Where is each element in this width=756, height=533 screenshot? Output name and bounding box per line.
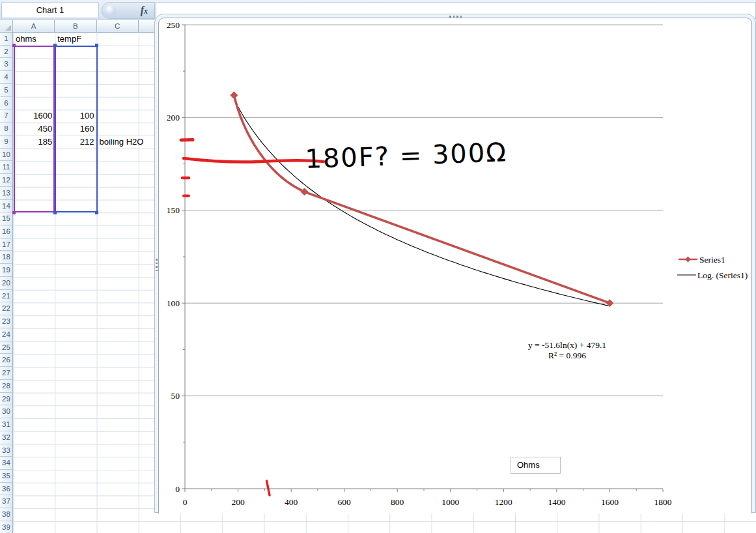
series1-marker-1[interactable] bbox=[301, 188, 308, 195]
ink-handwritten-text: 180F? = 300Ω bbox=[305, 137, 508, 174]
column-header-A[interactable]: A bbox=[13, 20, 55, 33]
series1-line[interactable] bbox=[234, 95, 609, 303]
row-header-17[interactable]: 17 bbox=[0, 238, 13, 252]
row-header-19[interactable]: 19 bbox=[0, 264, 13, 277]
row-header-38[interactable]: 38 bbox=[0, 508, 13, 521]
row-header-27[interactable]: 27 bbox=[0, 367, 13, 380]
y-tick-label-50[interactable]: 50 bbox=[171, 391, 180, 401]
category-range-outline[interactable] bbox=[14, 46, 55, 213]
x-tick-label-600[interactable]: 600 bbox=[338, 497, 352, 507]
trendline-equation-text: y = -51.6ln(x) + 479.1 bbox=[528, 340, 606, 350]
cell-B1[interactable]: tempF bbox=[57, 33, 81, 46]
range-corner-handle[interactable] bbox=[95, 44, 98, 47]
row-header-7[interactable]: 7 bbox=[0, 109, 13, 122]
row-header-11[interactable]: 11 bbox=[0, 161, 13, 174]
row-header-8[interactable]: 8 bbox=[0, 122, 13, 136]
range-corner-handle[interactable] bbox=[53, 44, 57, 47]
name-box[interactable]: Chart 1 ▼ bbox=[1, 2, 99, 18]
row-header-12[interactable]: 12 bbox=[0, 174, 13, 187]
row-header-25[interactable]: 25 bbox=[0, 341, 13, 354]
row-header-37[interactable]: 37 bbox=[0, 495, 13, 508]
series1-marker-0[interactable] bbox=[231, 92, 238, 99]
range-corner-handle[interactable] bbox=[12, 211, 16, 214]
chart-resize-handle-left[interactable] bbox=[156, 259, 158, 273]
row-header-22[interactable]: 22 bbox=[0, 302, 13, 315]
row-header-29[interactable]: 29 bbox=[0, 393, 13, 406]
range-corner-handle[interactable] bbox=[53, 211, 57, 214]
trendline-equation-label[interactable]: y = -51.6ln(x) + 479.1 R² = 0.996 bbox=[528, 340, 606, 360]
row-header-33[interactable]: 33 bbox=[0, 444, 13, 457]
x-tick-label-1200[interactable]: 1200 bbox=[495, 497, 512, 507]
insert-function-button[interactable]: fx bbox=[141, 5, 148, 16]
x-tick-label-1400[interactable]: 1400 bbox=[548, 497, 565, 507]
row-header-6[interactable]: 6 bbox=[0, 97, 13, 110]
y-tick-label-250[interactable]: 250 bbox=[167, 20, 180, 30]
x-tick-label-800[interactable]: 800 bbox=[391, 497, 404, 507]
formula-bar-splitter: fx bbox=[102, 2, 155, 19]
trendline-r2-text: R² = 0.996 bbox=[548, 351, 586, 360]
row-header-31[interactable]: 31 bbox=[0, 418, 13, 431]
row-header-35[interactable]: 35 bbox=[0, 470, 13, 483]
row-header-13[interactable]: 13 bbox=[0, 187, 13, 200]
x-tick-label-1000[interactable]: 1000 bbox=[441, 497, 459, 507]
excel-window: Chart 1 ▼ fx ABCDEFGHIJKLMNOPQR 12345678… bbox=[0, 0, 756, 533]
legend-series-label[interactable]: Series1 bbox=[699, 255, 725, 265]
x-tick-label-200[interactable]: 200 bbox=[231, 497, 245, 507]
splitter-bead-icon[interactable] bbox=[105, 5, 116, 16]
chart-object[interactable]: 0501001502002500200400600800100012001400… bbox=[154, 14, 756, 513]
row-header-23[interactable]: 23 bbox=[0, 315, 13, 328]
row-header-4[interactable]: 4 bbox=[0, 71, 13, 84]
column-header-B[interactable]: B bbox=[55, 20, 96, 33]
cell-A1[interactable]: ohms bbox=[16, 33, 36, 46]
row-header-21[interactable]: 21 bbox=[0, 290, 13, 303]
row-header-3[interactable]: 3 bbox=[0, 58, 13, 71]
ink-dash-188 bbox=[181, 140, 193, 141]
column-header-C[interactable]: C bbox=[97, 20, 139, 33]
chart-text-box[interactable]: Ohms bbox=[511, 457, 561, 474]
y-tick-label-200[interactable]: 200 bbox=[167, 113, 180, 122]
row-header-16[interactable]: 16 bbox=[0, 225, 13, 238]
legend-series-marker-icon bbox=[685, 257, 691, 263]
row-header-10[interactable]: 10 bbox=[0, 149, 13, 162]
x-tick-label-1600[interactable]: 1600 bbox=[601, 497, 619, 507]
row-header-15[interactable]: 15 bbox=[0, 212, 13, 225]
ink-xaxis-tick-300 bbox=[267, 481, 270, 495]
row-header-24[interactable]: 24 bbox=[0, 328, 13, 341]
x-tick-label-1800[interactable]: 1800 bbox=[654, 497, 672, 507]
ink-level-line-178 bbox=[184, 158, 324, 162]
row-header-14[interactable]: 14 bbox=[0, 200, 13, 213]
row-header-2[interactable]: 2 bbox=[0, 46, 13, 59]
row-header-9[interactable]: 9 bbox=[0, 136, 13, 149]
row-header-18[interactable]: 18 bbox=[0, 251, 13, 264]
y-tick-label-0[interactable]: 0 bbox=[175, 484, 180, 494]
chart-legend[interactable]: Series1 Log. (Series1) bbox=[677, 255, 748, 280]
row-header-20[interactable]: 20 bbox=[0, 277, 13, 290]
name-box-value: Chart 1 bbox=[36, 5, 64, 15]
chart-canvas: 0501001502002500200400600800100012001400… bbox=[155, 14, 756, 513]
x-tick-label-0[interactable]: 0 bbox=[183, 497, 188, 507]
row-header-30[interactable]: 30 bbox=[0, 405, 13, 418]
select-all-triangle-icon bbox=[5, 25, 11, 31]
cell-C9[interactable]: boiling H2O bbox=[100, 136, 144, 149]
y-tick-label-100[interactable]: 100 bbox=[167, 298, 180, 308]
values-range-outline[interactable] bbox=[55, 46, 97, 213]
row-header-36[interactable]: 36 bbox=[0, 483, 13, 496]
row-header-32[interactable]: 32 bbox=[0, 431, 13, 444]
row-header-28[interactable]: 28 bbox=[0, 380, 13, 393]
row-header-26[interactable]: 26 bbox=[0, 354, 13, 367]
row-header-34[interactable]: 34 bbox=[0, 457, 13, 470]
x-tick-label-400[interactable]: 400 bbox=[285, 497, 298, 507]
legend-trendline-label[interactable]: Log. (Series1) bbox=[697, 270, 748, 280]
row-headers: 1234567891011121314151617181920212223242… bbox=[0, 33, 13, 533]
y-tick-label-150[interactable]: 150 bbox=[167, 205, 180, 215]
range-corner-handle[interactable] bbox=[12, 44, 16, 47]
row-header-1[interactable]: 1 bbox=[0, 33, 13, 46]
chart-resize-handle-top[interactable] bbox=[449, 16, 464, 18]
row-header-39[interactable]: 39 bbox=[0, 521, 13, 533]
select-all-corner[interactable] bbox=[0, 20, 13, 33]
row-header-5[interactable]: 5 bbox=[0, 84, 13, 97]
chart-text-box-label: Ohms bbox=[517, 460, 540, 470]
log-trendline-curve[interactable] bbox=[234, 100, 608, 306]
red-ink-annotations: 180F? = 300Ω bbox=[181, 137, 508, 495]
range-corner-handle[interactable] bbox=[95, 211, 98, 214]
